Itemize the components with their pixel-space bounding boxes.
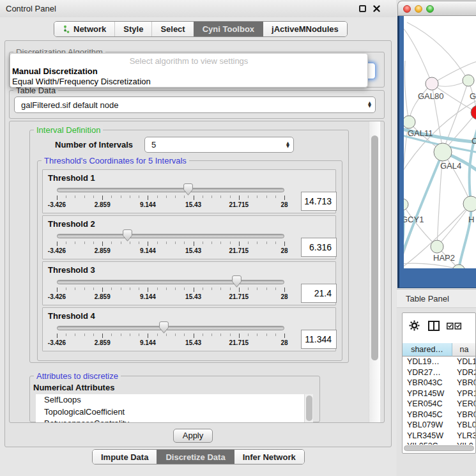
network-node-gcy1[interactable] xyxy=(404,199,408,210)
algorithm-option[interactable]: Equal Width/Frequency Discretization xyxy=(10,77,367,87)
vertical-scrollbar[interactable] xyxy=(369,121,380,422)
close-icon[interactable] xyxy=(373,5,380,12)
table-cell[interactable]: YBL079W xyxy=(403,420,452,431)
zoom-traffic-light-icon[interactable] xyxy=(426,5,434,13)
node-label: HAP2 xyxy=(433,253,455,263)
table-cell[interactable]: YBR0 xyxy=(452,378,476,388)
network-node-c[interactable] xyxy=(471,105,476,119)
tab-label: Network xyxy=(73,24,106,34)
tab-infer-network[interactable]: Infer Network xyxy=(234,450,304,464)
tab-impute-data[interactable]: Impute Data xyxy=(93,450,157,464)
threshold-value-field[interactable]: 21.4 xyxy=(301,284,337,303)
table-cell[interactable]: YBR045C xyxy=(403,410,452,420)
slider-track[interactable] xyxy=(57,234,284,238)
attribute-list-item[interactable]: BetweennessCentrality xyxy=(36,418,313,422)
tick-mark xyxy=(257,288,257,290)
table-cell[interactable]: YDR2 xyxy=(452,367,476,378)
tick-mark xyxy=(148,288,148,292)
threshold-value-field[interactable]: 6.316 xyxy=(301,238,337,257)
tab-jactivemnodules[interactable]: jActiveMNodules xyxy=(263,22,347,36)
apply-button[interactable]: Apply xyxy=(173,429,213,443)
slider-thumb[interactable] xyxy=(159,321,169,334)
slider-track[interactable] xyxy=(57,280,284,284)
attribute-list-item[interactable]: TopologicalCoefficient xyxy=(36,406,313,418)
tick-mark xyxy=(148,242,148,246)
scale-label: -3.426 xyxy=(48,339,66,346)
tick-mark xyxy=(203,196,203,198)
network-edge[interactable] xyxy=(404,61,409,122)
network-node-h[interactable] xyxy=(463,196,476,211)
table-row[interactable]: YPR145WYPR1 xyxy=(403,388,476,399)
table-cell[interactable]: YDL1 xyxy=(452,357,476,367)
table-cell[interactable]: YBL0 xyxy=(452,420,476,431)
tick-mark xyxy=(57,196,58,200)
table-cell[interactable]: YER054C xyxy=(403,399,452,410)
split-panel-icon[interactable] xyxy=(428,321,440,331)
network-edge[interactable] xyxy=(404,204,437,247)
network-edge[interactable] xyxy=(407,22,468,81)
table-cell[interactable]: YPR145W xyxy=(403,388,452,399)
network-canvas[interactable]: GAL80GACGAL11GAL4GCY1HHAP2 xyxy=(404,16,476,268)
table-row[interactable]: YBR045CYBR0 xyxy=(403,410,476,420)
tick-mark xyxy=(121,288,121,290)
horizontal-scrollbar-thumb[interactable] xyxy=(404,445,474,451)
table-cell[interactable]: YER0 xyxy=(452,399,476,410)
slider-thumb[interactable] xyxy=(232,275,242,288)
table-cell[interactable]: YBR043C xyxy=(403,378,452,388)
close-traffic-light-icon[interactable] xyxy=(403,5,411,13)
network-node-gal80[interactable] xyxy=(426,77,438,90)
threshold-value-field[interactable]: 11.344 xyxy=(301,330,337,349)
table-row[interactable]: YBR043CYBR0 xyxy=(403,378,476,388)
table-cell[interactable]: YIL052C xyxy=(403,441,452,445)
slider-thumb[interactable] xyxy=(123,229,132,242)
table-cell[interactable]: YBR0 xyxy=(452,410,476,420)
tab-style[interactable]: Style xyxy=(114,22,151,36)
network-node[interactable] xyxy=(452,265,465,268)
gear-icon[interactable] xyxy=(409,320,420,331)
tab-network[interactable]: Network xyxy=(54,22,114,36)
select-columns-icon[interactable] xyxy=(447,323,462,330)
minimize-traffic-light-icon[interactable] xyxy=(415,5,422,13)
number-of-intervals-combo[interactable]: 5 ▲▼ xyxy=(144,137,294,153)
threshold-value-field[interactable]: 14.713 xyxy=(301,192,337,211)
network-edge[interactable] xyxy=(404,29,432,84)
network-edge[interactable] xyxy=(404,263,459,268)
vertical-scrollbar-thumb[interactable] xyxy=(371,135,378,360)
network-window-titlebar[interactable] xyxy=(397,1,476,16)
network-node-gal11[interactable] xyxy=(404,116,415,128)
tick-mark xyxy=(175,334,176,336)
table-row[interactable]: YBL079WYBL0 xyxy=(403,420,476,431)
table-cell[interactable]: YDL19… xyxy=(403,357,452,367)
table-cell[interactable]: YDR27… xyxy=(403,367,452,378)
table-row[interactable]: YIL052CYIL0 xyxy=(403,441,476,445)
column-header[interactable]: shared… xyxy=(403,343,452,357)
slider-track[interactable] xyxy=(57,188,284,192)
table-row[interactable]: YDR27…YDR2 xyxy=(403,367,476,378)
table-row[interactable]: YER054CYER0 xyxy=(403,399,476,410)
algorithm-option[interactable]: Manual Discretization xyxy=(10,66,367,77)
attributes-list-scrollbar[interactable] xyxy=(304,394,313,422)
table-row[interactable]: YDL19…YDL1 xyxy=(403,357,476,367)
attributes-list-scrollbar-thumb[interactable] xyxy=(306,395,312,421)
tab-discretize-data[interactable]: Discretize Data xyxy=(157,450,233,464)
column-header[interactable]: na xyxy=(452,343,476,357)
tab-cyni-toolbox[interactable]: Cyni Toolbox xyxy=(194,22,263,36)
slider-track[interactable] xyxy=(57,326,284,330)
table-data-combo-value: galFiltered.sif default node xyxy=(21,100,118,110)
tick-mark xyxy=(203,288,203,290)
network-node-hap2[interactable] xyxy=(431,240,443,253)
scale-label: 2.859 xyxy=(95,247,111,254)
table-cell[interactable]: YIL0 xyxy=(452,441,476,445)
attribute-list-item[interactable]: SelfLoops xyxy=(36,394,313,406)
table-cell[interactable]: YLR345W xyxy=(403,431,452,441)
network-node-gal4[interactable] xyxy=(434,143,452,161)
slider-thumb[interactable] xyxy=(183,183,193,196)
table-cell[interactable]: YLR3 xyxy=(452,431,476,441)
tab-select[interactable]: Select xyxy=(151,22,193,36)
table-cell[interactable]: YPR1 xyxy=(452,388,476,399)
table-row[interactable]: YLR345WYLR3 xyxy=(403,431,476,441)
float-window-icon[interactable] xyxy=(359,5,366,12)
tick-mark xyxy=(220,196,221,198)
network-node-ga[interactable] xyxy=(463,75,474,86)
table-data-combo[interactable]: galFiltered.sif default node ▲▼ xyxy=(14,96,376,113)
